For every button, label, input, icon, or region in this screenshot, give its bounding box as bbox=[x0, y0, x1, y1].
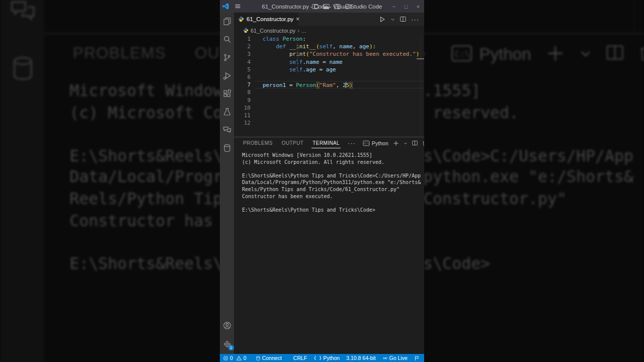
code-lines[interactable]: class Person: def __init__(self, name, a… bbox=[256, 35, 424, 127]
line-number: 6 bbox=[234, 73, 256, 81]
code-line[interactable] bbox=[256, 73, 424, 81]
editor-tab-bar: 61_Constructor.py × ··· bbox=[234, 13, 424, 26]
toggle-secondary-sidebar-icon[interactable] bbox=[334, 4, 341, 10]
explorer-icon[interactable] bbox=[223, 17, 231, 26]
gutter: 123456789101112 bbox=[234, 35, 256, 127]
overview-ruler[interactable] bbox=[421, 35, 421, 137]
broadcast-icon bbox=[382, 355, 388, 361]
line-number: 9 bbox=[234, 97, 256, 104]
warning-count: 0 bbox=[244, 355, 247, 361]
line-number: 3 bbox=[234, 50, 256, 58]
feedback-flag-icon[interactable] bbox=[414, 355, 420, 361]
code-line[interactable]: person1 = Person("Ram", 25) bbox=[256, 81, 424, 88]
maximize-button[interactable]: □ bbox=[400, 0, 412, 13]
split-terminal-icon[interactable] bbox=[412, 140, 418, 146]
warning-icon bbox=[236, 355, 242, 361]
vscode-window: 61_Constructor.py - Code - Visual Studio… bbox=[220, 0, 424, 362]
breadcrumb-separator: › bbox=[297, 27, 299, 34]
line-number: 1 bbox=[234, 35, 256, 43]
code-line[interactable] bbox=[256, 97, 424, 104]
close-window-button[interactable]: × bbox=[412, 0, 424, 13]
account-icon[interactable] bbox=[223, 321, 231, 330]
run-dropdown-chevron-icon[interactable] bbox=[390, 17, 395, 22]
language-mode[interactable]: { } Python bbox=[313, 355, 340, 361]
line-number: 11 bbox=[234, 112, 256, 119]
tab-61-constructor[interactable]: 61_Constructor.py × bbox=[234, 13, 298, 26]
code-line[interactable]: def __init__(self, name, age): bbox=[256, 43, 424, 50]
toggle-sidebar-icon[interactable] bbox=[312, 4, 318, 10]
vscode-logo-icon bbox=[222, 3, 229, 10]
settings-badge: 1 bbox=[228, 345, 234, 350]
tab-problems[interactable]: PROBLEMS bbox=[242, 138, 274, 148]
code-line[interactable]: print("Constructor has been executed.") bbox=[256, 50, 424, 58]
run-debug-icon[interactable] bbox=[223, 71, 231, 80]
tab-output[interactable]: OUTPUT bbox=[281, 138, 305, 148]
breadcrumb-file[interactable]: 61_Constructor.py bbox=[251, 28, 295, 34]
code-line[interactable] bbox=[256, 88, 424, 96]
code-line[interactable]: class Person: bbox=[256, 35, 424, 43]
line-number: 2 bbox=[234, 43, 256, 50]
chat-comments-icon[interactable] bbox=[223, 126, 231, 134]
minimize-button[interactable]: − bbox=[388, 0, 400, 13]
breadcrumb-symbol-more[interactable]: ... bbox=[301, 28, 306, 34]
go-live-status[interactable]: Go Live bbox=[382, 355, 408, 361]
kill-terminal-trash-icon[interactable] bbox=[422, 140, 424, 146]
extensions-icon[interactable] bbox=[223, 89, 231, 98]
panel-tabs-more-icon[interactable]: ··· bbox=[348, 139, 356, 147]
terminal-shell-label: Python bbox=[372, 140, 388, 146]
svg-text:C:\: C:\ bbox=[455, 48, 469, 58]
terminal-shell-item[interactable]: C:\ Python bbox=[363, 140, 388, 146]
terminal-cmd-icon: C:\ bbox=[363, 140, 370, 146]
tab-close-icon[interactable]: × bbox=[296, 16, 299, 22]
tab-label: 61_Constructor.py bbox=[247, 16, 293, 22]
connect-icon bbox=[256, 355, 261, 361]
editor-more-actions-icon[interactable]: ··· bbox=[411, 16, 419, 23]
line-number: 12 bbox=[234, 119, 256, 127]
svg-text:C:\: C:\ bbox=[364, 142, 369, 145]
eol-indicator[interactable]: CRLF bbox=[293, 355, 307, 361]
shorts-frame: 61_Constructor.py - Code - Visual Studio… bbox=[0, 0, 644, 362]
menu-hamburger-icon[interactable] bbox=[234, 3, 241, 10]
braces-icon: { } bbox=[313, 355, 321, 360]
line-number: 7 bbox=[234, 81, 256, 88]
line-number: 10 bbox=[234, 104, 256, 112]
python-file-icon bbox=[243, 28, 249, 33]
search-icon[interactable] bbox=[223, 35, 231, 44]
python-file-icon bbox=[238, 16, 244, 22]
bottom-panel: PROBLEMS OUTPUT TERMINAL ··· C:\ Python bbox=[234, 137, 424, 354]
terminal-output[interactable]: Microsoft Windows [Version 10.0.22621.15… bbox=[242, 152, 424, 213]
overview-ruler-mark bbox=[417, 58, 424, 59]
source-control-icon[interactable] bbox=[223, 53, 231, 62]
title-bar: 61_Constructor.py - Code - Visual Studio… bbox=[220, 0, 424, 13]
status-bar: 0 0 Connect CRLF { } Python 3.10.8 64-bi… bbox=[220, 354, 424, 362]
code-line[interactable]: self.name = name bbox=[256, 58, 424, 66]
line-number: 4 bbox=[234, 58, 256, 66]
problems-status[interactable]: 0 0 bbox=[223, 355, 247, 361]
error-icon bbox=[223, 355, 228, 361]
python-interpreter[interactable]: 3.10.8 64-bit bbox=[346, 355, 375, 361]
connect-status[interactable]: Connect bbox=[256, 355, 282, 361]
tab-terminal[interactable]: TERMINAL bbox=[311, 138, 341, 148]
database-icon[interactable] bbox=[223, 144, 231, 152]
terminal-dropdown-chevron-icon[interactable] bbox=[404, 141, 408, 145]
run-python-file-button[interactable] bbox=[379, 16, 385, 23]
new-terminal-icon[interactable] bbox=[393, 140, 399, 146]
code-line[interactable] bbox=[256, 112, 424, 119]
settings-gear-icon[interactable]: 1 bbox=[223, 340, 231, 348]
customize-layout-icon[interactable] bbox=[345, 4, 352, 10]
breadcrumb[interactable]: 61_Constructor.py › ... bbox=[234, 26, 424, 35]
code-line[interactable] bbox=[256, 119, 424, 127]
testing-icon[interactable] bbox=[223, 108, 231, 116]
activity-bar: 1 bbox=[220, 13, 234, 354]
code-line[interactable]: self.age = age bbox=[256, 66, 424, 73]
toggle-panel-icon[interactable] bbox=[323, 4, 330, 10]
code-line[interactable] bbox=[256, 104, 424, 112]
code-editor[interactable]: 123456789101112 class Person: def __init… bbox=[234, 35, 424, 137]
indent-guide bbox=[297, 43, 298, 73]
line-number: 5 bbox=[234, 66, 256, 73]
line-number: 8 bbox=[234, 88, 256, 96]
error-count: 0 bbox=[230, 355, 233, 361]
split-editor-icon[interactable] bbox=[400, 16, 406, 22]
